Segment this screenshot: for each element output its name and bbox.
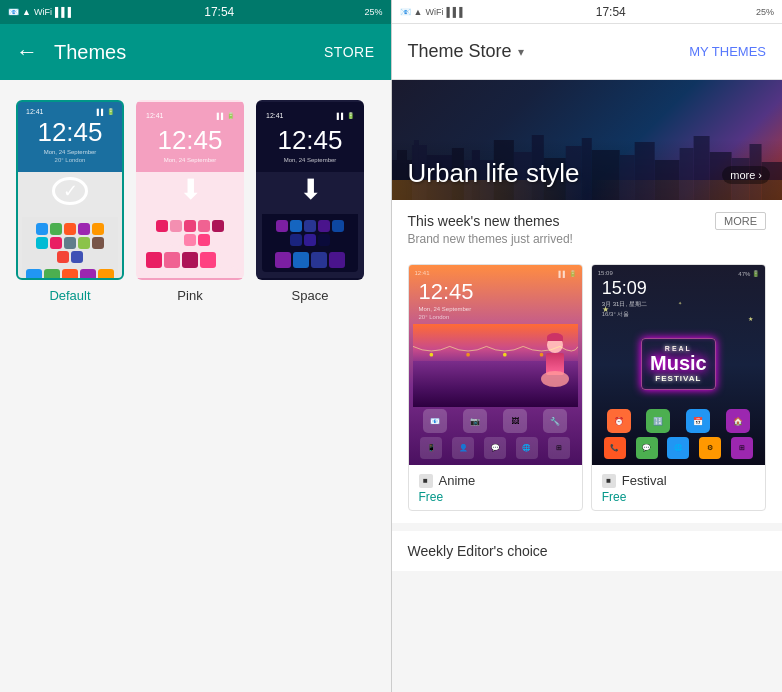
theme-item-pink[interactable]: 12:41 ▌▌ 🔋 12:45 Mon, 24 September ⬇ <box>136 100 244 303</box>
theme-item-default[interactable]: 12:41 ▌▌ 🔋 12:45 Mon, 24 September 20° L… <box>16 100 124 303</box>
app-icon-1 <box>36 223 48 235</box>
fest-dock-1: 📞 <box>604 437 626 459</box>
anime-scene <box>413 324 578 407</box>
theme-store-title-wrapper[interactable]: Theme Store ▾ <box>408 41 690 62</box>
anime-date: Mon, 24 September <box>413 306 578 312</box>
space-arrow: ⬇ <box>299 173 322 206</box>
banner-more-button[interactable]: more › <box>722 166 770 184</box>
svg-point-26 <box>502 353 506 357</box>
festival-price: Free <box>602 490 755 504</box>
space-mini-icons: ▌▌ 🔋 <box>337 112 354 119</box>
right-wifi-icon: WiFi <box>425 7 443 17</box>
banner[interactable]: Urban life style more › <box>392 80 783 200</box>
pink-app-1 <box>156 220 168 232</box>
string-lights <box>413 341 578 343</box>
anime-preview: 12:41 ▌▌ 🔋 12:45 Mon, 24 September 20° L… <box>409 265 582 465</box>
banner-text: Urban life style <box>408 159 580 188</box>
default-date: Mon, 24 September <box>44 149 97 155</box>
dock-contacts: 👤 <box>452 437 474 459</box>
festival-preview: 15:09 47% 🔋 15:09 3月 31日, 星期二 16/3° 서울 ★… <box>592 265 765 465</box>
pink-label: Pink <box>177 288 202 303</box>
themes-row: 12:41 ▌▌ 🔋 12:45 Mon, 24 September 20° L… <box>392 264 783 523</box>
space-app-7 <box>304 234 316 246</box>
right-status-bar: 📧 ▲ WiFi ▌▌▌ 17:54 25% <box>392 0 783 24</box>
festival-weather: 16/3° 서울 <box>596 310 761 319</box>
theme-preview-space[interactable]: 12:41 ▌▌ 🔋 12:45 Mon, 24 September ⬇ <box>256 100 364 280</box>
right-signal-icon: ▲ <box>414 7 423 17</box>
dropdown-icon[interactable]: ▾ <box>518 45 524 59</box>
star-2: ★ <box>748 315 753 322</box>
space-label: Space <box>292 288 329 303</box>
theme-screen-default: 12:41 ▌▌ 🔋 12:45 Mon, 24 September 20° L… <box>18 102 122 278</box>
space-app-icons <box>266 218 354 248</box>
default-clock: 12:45 <box>37 115 102 149</box>
festival-theme-icon: ■ <box>602 474 616 488</box>
pink-mini-icons: ▌▌ 🔋 <box>217 112 234 119</box>
dock-icon-5 <box>98 269 114 280</box>
festival-app-grid: ⏰ 🔢 📅 🏠 <box>596 407 761 435</box>
dock-internet: 🌐 <box>516 437 538 459</box>
dock-icon-4 <box>80 269 96 280</box>
anime-weather: 20° London <box>413 314 578 320</box>
festival-status-bar: 15:09 47% 🔋 <box>596 269 761 278</box>
fest-app-calc: 🔢 <box>646 409 670 433</box>
default-label: Default <box>49 288 90 303</box>
left-status-bar: 📧 ▲ WiFi ▌▌▌ 17:54 25% <box>0 0 391 24</box>
theme-store-label: Theme Store <box>408 41 512 62</box>
anime-app-tools: 🔧 <box>543 409 567 433</box>
left-panel: 📧 ▲ WiFi ▌▌▌ 17:54 25% ← Themes STORE 12… <box>0 0 391 692</box>
theme-preview-pink[interactable]: 12:41 ▌▌ 🔋 12:45 Mon, 24 September ⬇ <box>136 100 244 280</box>
pink-dock-5 <box>218 252 234 268</box>
app-icon-12 <box>71 251 83 263</box>
neon-festival: FESTIVAL <box>650 374 707 383</box>
anime-app-email: 📧 <box>423 409 447 433</box>
page-title: Themes <box>54 41 324 64</box>
space-date: Mon, 24 September <box>284 157 337 163</box>
space-dock <box>266 252 354 268</box>
space-app-1 <box>276 220 288 232</box>
editors-choice-label: Weekly Editor's choice <box>408 543 548 559</box>
default-mini-icons: ▌▌ 🔋 <box>97 108 114 115</box>
app-icon-7 <box>50 237 62 249</box>
festival-neon-display: ★ ★ ✦ REAL Music FESTIVAL <box>596 321 761 407</box>
space-app-2 <box>290 220 302 232</box>
theme-item-space[interactable]: 12:41 ▌▌ 🔋 12:45 Mon, 24 September ⬇ <box>256 100 364 303</box>
festival-status-icons: 47% 🔋 <box>738 270 759 277</box>
festival-clock: 15:09 <box>596 278 761 300</box>
svg-point-25 <box>466 353 470 357</box>
weekly-more-button[interactable]: MORE <box>715 212 766 230</box>
pink-app-3 <box>184 220 196 232</box>
festival-card-name: ■ Festival <box>602 473 755 488</box>
battery-icon: 25% <box>364 7 382 17</box>
back-button[interactable]: ← <box>16 39 38 65</box>
default-mini-time: 12:41 <box>26 108 44 115</box>
pink-arrow: ⬇ <box>179 173 202 206</box>
left-header: ← Themes STORE <box>0 24 391 80</box>
theme-preview-default[interactable]: 12:41 ▌▌ 🔋 12:45 Mon, 24 September 20° L… <box>16 100 124 280</box>
default-weather: 20° London <box>55 157 86 163</box>
left-battery: 25% <box>364 7 382 17</box>
fest-app-cal: 📅 <box>686 409 710 433</box>
right-status-icons: 📧 ▲ WiFi ▌▌▌ <box>400 7 466 17</box>
my-themes-button[interactable]: MY THEMES <box>689 44 766 59</box>
star-1: ★ <box>602 305 609 314</box>
right-battery: 25% <box>756 7 774 17</box>
right-notif-icon: 📧 <box>400 7 411 17</box>
pink-mini-time: 12:41 <box>146 112 164 119</box>
festival-status-time: 15:09 <box>598 270 613 277</box>
dock-icon-2 <box>44 269 60 280</box>
app-icon-3 <box>64 223 76 235</box>
neon-music: Music <box>650 352 707 374</box>
anime-card-info: ■ Anime Free <box>409 465 582 510</box>
pink-date: Mon, 24 September <box>164 157 217 163</box>
theme-card-anime[interactable]: 12:41 ▌▌ 🔋 12:45 Mon, 24 September 20° L… <box>408 264 583 511</box>
neon-sign: REAL Music FESTIVAL <box>641 338 716 390</box>
pink-app-icons <box>146 218 234 248</box>
pink-dock-1 <box>146 252 162 268</box>
fest-dock-5: ⊞ <box>731 437 753 459</box>
space-app-4 <box>318 220 330 232</box>
fest-dock-3: 🌐 <box>667 437 689 459</box>
store-button[interactable]: STORE <box>324 44 374 60</box>
app-icon-8 <box>64 237 76 249</box>
theme-card-festival[interactable]: 15:09 47% 🔋 15:09 3月 31日, 星期二 16/3° 서울 ★… <box>591 264 766 511</box>
